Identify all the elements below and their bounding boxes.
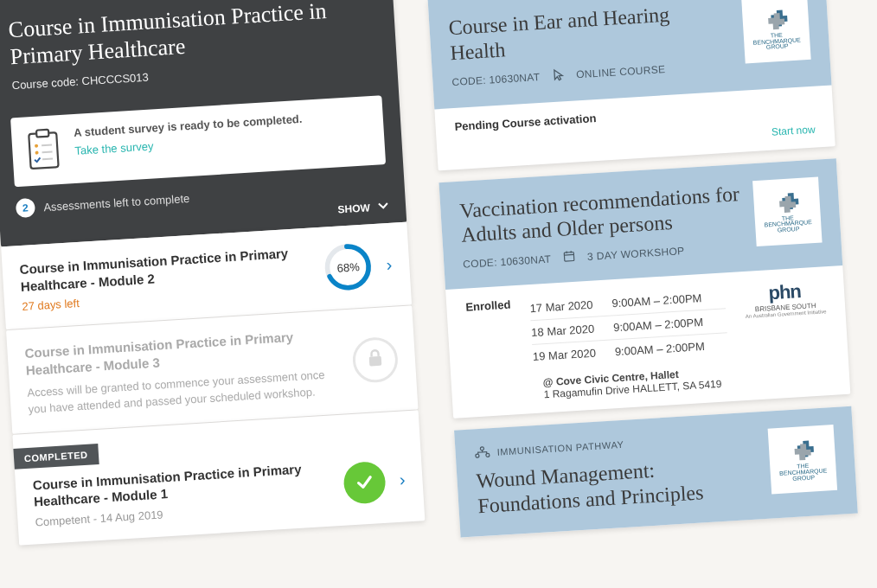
- module-1-row[interactable]: COMPLETED Course in Immunisation Practic…: [12, 410, 425, 545]
- svg-point-14: [480, 447, 483, 451]
- chevron-down-icon: [378, 201, 389, 214]
- event-card-wound[interactable]: IMMUNISATION PATHWAY Wound Management: F…: [454, 406, 858, 537]
- event-code: CODE: 10630NAT: [463, 252, 552, 270]
- svg-rect-1: [36, 130, 48, 137]
- chevron-right-icon: ›: [399, 470, 406, 490]
- svg-rect-9: [369, 356, 382, 367]
- start-now-link[interactable]: Start now: [771, 123, 816, 137]
- svg-line-5: [42, 152, 53, 153]
- courses-events-panel: Courses & Events Enrolled (2) Pending (4…: [423, 0, 858, 537]
- check-circle-icon: [342, 461, 387, 505]
- event-code: CODE: 10630NAT: [451, 71, 541, 88]
- chevron-right-icon: ›: [386, 255, 393, 275]
- event-type: 3 DAY WORKSHOP: [587, 245, 685, 263]
- provider-logo: THEBENCHMARQUEGROUP: [768, 425, 837, 494]
- svg-rect-0: [29, 133, 58, 169]
- assessments-text: Assessments left to complete: [43, 192, 190, 214]
- event-title: Vaccination recommendations for Adults a…: [459, 182, 742, 248]
- event-card-ear-hearing[interactable]: Course in Ear and Hearing Health CODE: 1…: [428, 0, 835, 170]
- calendar-icon: [563, 250, 576, 265]
- svg-point-16: [486, 454, 490, 457]
- event-title: Wound Management: Foundations and Princi…: [476, 452, 759, 519]
- provider-logo: THEBENCHMARQUEGROUP: [741, 0, 810, 63]
- pathway-label: IMMUNISATION PATHWAY: [496, 439, 624, 457]
- progress-percent: 68%: [323, 242, 374, 293]
- course-hero: Course in Immunisation Practice in Prima…: [0, 0, 406, 247]
- svg-line-3: [42, 145, 52, 146]
- svg-point-4: [35, 151, 38, 155]
- event-card-vaccination[interactable]: Vaccination recommendations for Adults a…: [439, 158, 851, 419]
- ongoing-panel: Ongoing (1) Completed Course in Immunisa…: [0, 0, 426, 564]
- svg-line-11: [564, 255, 573, 256]
- lock-icon: [366, 348, 385, 372]
- svg-point-2: [35, 144, 38, 148]
- schedule-rows: 17 Mar 20209:00AM – 2:00PM 18 Mar 20209:…: [529, 285, 729, 369]
- assessments-count-badge: 2: [16, 198, 35, 218]
- enrolled-label: Enrolled: [465, 298, 511, 314]
- svg-point-15: [476, 454, 479, 457]
- completed-chip: COMPLETED: [13, 444, 99, 470]
- svg-line-6: [42, 159, 53, 160]
- progress-ring: 68%: [323, 242, 374, 293]
- clipboard-icon: [25, 127, 62, 174]
- event-type: ONLINE COURSE: [576, 63, 666, 80]
- event-title: Course in Ear and Hearing Health: [448, 0, 731, 66]
- cursor-icon: [552, 67, 565, 85]
- provider-logo: THEBENCHMARQUEGROUP: [752, 176, 822, 246]
- lock-ring: [351, 336, 399, 384]
- phn-logo: phn BRISBANE SOUTH An Australian Governm…: [744, 278, 827, 319]
- svg-rect-10: [564, 252, 574, 262]
- pathway-icon: [474, 445, 490, 460]
